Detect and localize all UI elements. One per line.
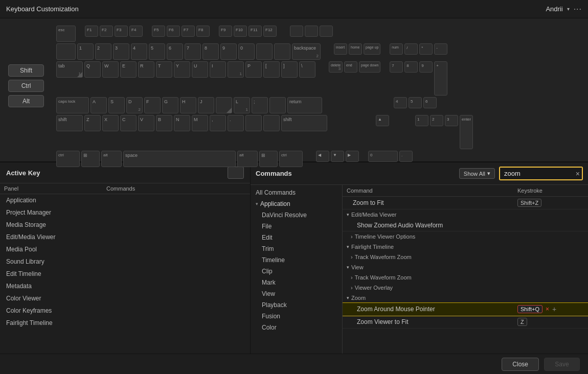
key-f1[interactable]: F1 — [85, 26, 98, 37]
tree-subitem-mark[interactable]: Mark — [251, 277, 342, 288]
key-space[interactable]: space — [123, 151, 236, 167]
key-num-dot[interactable]: . — [399, 151, 413, 162]
left-item-edit-media-viewer[interactable]: Edit/Media Viewer — [0, 231, 250, 243]
key-backslash[interactable]: \ — [299, 61, 315, 78]
left-item-color-viewer[interactable]: Color Viewer — [0, 292, 250, 305]
key-num-8[interactable]: 8 — [404, 61, 418, 73]
cmd-group-fairlight[interactable]: ▾ Fairlight Timeline — [343, 242, 588, 252]
show-all-dropdown[interactable]: Show All ▾ — [459, 168, 495, 179]
key-arrow-right[interactable]: ▶ — [346, 151, 359, 162]
key-f9[interactable]: F9 — [219, 26, 232, 37]
key-win-right[interactable]: ⊞ — [259, 151, 278, 167]
key-delete[interactable]: delete3 — [329, 61, 343, 73]
key-num-1[interactable]: 1 — [415, 115, 428, 126]
key-num-3[interactable]: 3 — [445, 115, 458, 126]
key-8[interactable]: 8 — [202, 43, 219, 60]
tree-subitem-clip[interactable]: Clip — [251, 266, 342, 277]
left-item-media-pool[interactable]: Media Pool — [0, 243, 250, 255]
key-home[interactable]: home — [349, 43, 362, 55]
key-q[interactable]: Q — [84, 61, 101, 78]
key-p[interactable]: P — [245, 61, 262, 78]
key-num-lock[interactable]: num — [390, 43, 403, 55]
key-pagedown[interactable]: page down — [359, 61, 380, 73]
tree-subitem-playback[interactable]: Playback — [251, 299, 342, 311]
key-9[interactable]: 9 — [220, 43, 237, 60]
key-f[interactable]: F — [144, 97, 161, 113]
cmd-group-zoom[interactable]: ▾ Zoom — [343, 293, 588, 303]
key-3[interactable]: 3 — [113, 43, 129, 60]
key-0[interactable]: 0 — [238, 43, 255, 60]
search-clear-button[interactable]: × — [576, 170, 580, 178]
keystroke-remove-button[interactable]: × — [546, 306, 549, 313]
key-c[interactable]: C — [120, 115, 137, 131]
left-item-application[interactable]: Application — [0, 194, 250, 206]
key-num-enter[interactable]: enter — [460, 115, 473, 149]
left-item-metadata[interactable]: Metadata — [0, 280, 250, 292]
search-input[interactable] — [500, 168, 582, 179]
key-6[interactable]: 6 — [167, 43, 183, 60]
key-a[interactable]: A — [91, 97, 107, 113]
key-w[interactable]: W — [102, 61, 119, 78]
key-k[interactable] — [216, 97, 232, 113]
key-bracket-r[interactable]: ] — [281, 61, 298, 78]
key-arrow-up[interactable]: ▲ — [376, 115, 389, 126]
key-j[interactable]: J — [198, 97, 214, 113]
more-options-icon[interactable]: ··· — [574, 5, 582, 14]
key-arrow-left[interactable]: ◀ — [316, 151, 329, 162]
key-4[interactable]: 4 — [131, 43, 147, 60]
key-num-plus[interactable]: + — [434, 61, 447, 96]
alt-modifier-button[interactable]: Alt — [8, 95, 44, 107]
key-ctrl-left[interactable]: ctrl — [56, 151, 80, 167]
key-o[interactable]: 1 — [228, 61, 244, 78]
key-alt-left[interactable]: alt — [101, 151, 122, 167]
key-f8[interactable]: F8 — [196, 26, 210, 37]
key-print[interactable] — [290, 26, 303, 37]
key-f7[interactable]: F7 — [182, 26, 195, 37]
key-num-5[interactable]: 5 — [409, 97, 422, 108]
key-f6[interactable]: F6 — [167, 26, 180, 37]
key-d[interactable]: D2 — [126, 97, 143, 113]
key-t[interactable]: T — [156, 61, 172, 78]
tree-subitem-view[interactable]: View — [251, 288, 342, 299]
left-item-project-manager[interactable]: Project Manager — [0, 206, 250, 219]
key-l[interactable]: L1 — [234, 97, 250, 113]
key-n[interactable]: N — [174, 115, 190, 131]
key-shift-right[interactable]: shift — [281, 115, 327, 131]
key-f12[interactable]: F12 — [263, 26, 277, 37]
left-item-media-storage[interactable]: Media Storage — [0, 219, 250, 231]
key-shift-left[interactable]: shift — [56, 115, 83, 131]
tree-subitem-edit[interactable]: Edit — [251, 232, 342, 243]
key-num-minus[interactable]: - — [434, 43, 447, 55]
key-f11[interactable]: F11 — [248, 26, 262, 37]
key-v[interactable]: V — [138, 115, 154, 131]
cmd-subgroup-track-waveform-fl[interactable]: › Track Waveform Zoom — [343, 252, 588, 262]
tree-item-all-commands[interactable]: All Commands — [251, 187, 342, 198]
key-i[interactable]: I — [210, 61, 226, 78]
keystroke-add-button[interactable]: + — [552, 305, 556, 313]
key-scroll[interactable] — [305, 26, 318, 37]
key-num-7[interactable]: 7 — [390, 61, 403, 73]
key-y[interactable]: Y — [174, 61, 190, 78]
key-equals[interactable] — [274, 43, 290, 60]
key-b[interactable]: B — [156, 115, 172, 131]
key-5[interactable]: 5 — [149, 43, 165, 60]
key-f5[interactable]: F5 — [152, 26, 165, 37]
key-num-4[interactable]: 4 — [394, 97, 407, 108]
key-z[interactable]: Z — [84, 115, 101, 131]
left-item-sound-library[interactable]: Sound Library — [0, 255, 250, 268]
cmd-subgroup-timeline-viewer[interactable]: › Timeline Viewer Options — [343, 231, 588, 242]
key-comma[interactable]: , — [210, 115, 226, 131]
key-capslock[interactable]: caps lock — [56, 97, 89, 113]
key-pause[interactable] — [320, 26, 333, 37]
close-button[interactable]: Close — [502, 358, 539, 371]
key-num-6[interactable]: 6 — [423, 97, 437, 108]
key-f3[interactable]: F3 — [115, 26, 128, 37]
key-pageup[interactable]: page up — [364, 43, 380, 55]
key-num-2[interactable]: 2 — [430, 115, 443, 126]
cmd-subgroup-viewer-overlay[interactable]: › Viewer Overlay — [343, 283, 588, 293]
ctrl-modifier-button[interactable]: Ctrl — [8, 80, 44, 92]
key-7[interactable]: 7 — [185, 43, 201, 60]
key-minus[interactable] — [256, 43, 273, 60]
left-item-fairlight-timeline[interactable]: Fairlight Timeline — [0, 317, 250, 329]
cmd-subgroup-track-waveform-view[interactable]: › Track Waveform Zoom — [343, 272, 588, 283]
